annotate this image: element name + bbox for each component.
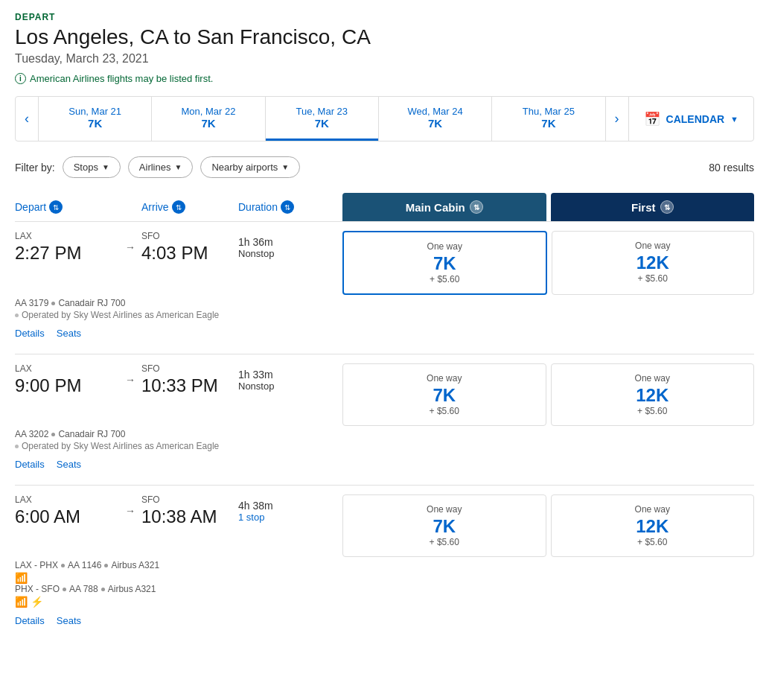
main-cabin-extra: + $5.60 [352, 537, 537, 547]
date-nav-item-4[interactable]: Thu, Mar 25 7K [492, 97, 604, 141]
first-cabin-sort-icon: ⇅ [660, 200, 674, 214]
flight-row: LAX 9:00 PM → SFO 10:33 PM 1h 33m Nonsto… [15, 354, 754, 485]
arrive-sort[interactable]: Arrive ⇅ [141, 200, 185, 214]
calendar-label: CALENDAR [666, 113, 725, 125]
date-nav-item-1[interactable]: Mon, Mar 22 7K [152, 97, 264, 141]
duration-sort[interactable]: Duration ⇅ [238, 200, 294, 214]
flight-details: AA 3179 Canadair RJ 700 Operated by Sky … [15, 295, 754, 323]
depart-col-header: Depart ⇅ [15, 200, 119, 214]
arrow-icon: → [119, 374, 141, 386]
nearby-chevron-icon: ▼ [281, 163, 289, 171]
one-way-label: One way [561, 504, 745, 515]
stops-text: Nonstop [238, 381, 342, 392]
wifi-icon: 📶 [15, 572, 28, 584]
first-price-cell[interactable]: One way 12K + $5.60 [551, 494, 755, 557]
results-count: 80 results [709, 162, 754, 174]
duration-col-header: Duration ⇅ [238, 200, 342, 214]
stops-text: Nonstop [238, 248, 342, 259]
leg-amenities-1: 📶 ⚡ [15, 596, 754, 608]
dot-icon [51, 433, 55, 436]
prev-date-arrow[interactable]: ‹ [16, 97, 39, 141]
flight-times: LAX 6:00 AM → SFO 10:38 AM 4h 38m 1 stop [15, 494, 342, 527]
arrive-airport: SFO [141, 363, 238, 374]
wifi-icon: 📶 [15, 596, 28, 608]
depart-airport: LAX [15, 231, 119, 241]
date-price: 7K [498, 117, 599, 130]
filter-left: Filter by: Stops ▼ Airlines ▼ Nearby air… [15, 156, 300, 178]
flight-number: AA 3202 [15, 429, 48, 439]
date-nav-item-2[interactable]: Tue, Mar 23 7K [266, 97, 378, 141]
depart-info: LAX 6:00 AM [15, 494, 119, 527]
route-title: Los Angeles, CA to San Francisco, CA [15, 25, 754, 49]
date-nav-item-0[interactable]: Sun, Mar 21 7K [39, 97, 151, 141]
depart-airport: LAX [15, 363, 119, 374]
next-date-arrow[interactable]: › [605, 97, 628, 141]
info-icon: i [15, 73, 26, 84]
aircraft-type: Canadair RJ 700 [58, 298, 125, 308]
leg-flight: AA 1146 [68, 560, 101, 570]
date-label: Wed, Mar 24 [385, 106, 485, 117]
arrive-info: SFO 4:03 PM [141, 231, 238, 264]
date-price: 7K [158, 117, 258, 130]
date-price: 7K [272, 117, 372, 130]
nearby-airports-filter[interactable]: Nearby airports ▼ [200, 156, 300, 178]
flight-info: AA 3202 Canadair RJ 700 [15, 429, 754, 439]
notice-bar: i American Airlines flights may be liste… [15, 73, 754, 84]
flights-container: LAX 2:27 PM → SFO 4:03 PM 1h 36m Nonstop [15, 221, 754, 641]
dot-icon [101, 588, 105, 591]
flight-details: LAX - PHX AA 1146 Airbus A321 📶 PHX - SF… [15, 557, 754, 611]
duration-text: 1h 36m [238, 236, 342, 248]
calendar-button[interactable]: 📅 CALENDAR ▼ [628, 97, 753, 141]
first-extra: + $5.60 [561, 537, 745, 547]
arrive-time: 4:03 PM [141, 243, 238, 264]
first-extra: + $5.60 [561, 273, 745, 284]
flight-row-main: LAX 9:00 PM → SFO 10:33 PM 1h 33m Nonsto… [15, 363, 754, 426]
route-date: Tuesday, March 23, 2021 [15, 52, 754, 66]
notice-text: American Airlines flights may be listed … [30, 73, 213, 84]
column-headers: Depart ⇅ Arrive ⇅ Duration ⇅ [15, 193, 754, 221]
details-link[interactable]: Details [15, 328, 45, 339]
operated-by: Operated by Sky West Airlines as America… [15, 310, 754, 320]
first-price-cell[interactable]: One way 12K + $5.60 [551, 363, 755, 426]
leg-route: LAX - PHX [15, 560, 58, 570]
flight-times: LAX 9:00 PM → SFO 10:33 PM 1h 33m Nonsto… [15, 363, 342, 396]
seats-link[interactable]: Seats [57, 328, 81, 339]
flight-links: Details Seats [15, 454, 754, 476]
main-cabin-price-cell[interactable]: One way 7K + $5.60 [342, 363, 546, 426]
dot-icon [15, 445, 19, 448]
first-price: 12K [561, 252, 745, 273]
dot-icon [63, 588, 66, 591]
cabin-headers: Main Cabin ⇅ First ⇅ [342, 193, 754, 221]
airlines-filter[interactable]: Airlines ▼ [128, 156, 194, 178]
seats-link[interactable]: Seats [57, 615, 81, 626]
flight-row: LAX 6:00 AM → SFO 10:38 AM 4h 38m 1 stop [15, 485, 754, 641]
aircraft-type: Canadair RJ 700 [58, 429, 125, 439]
flight-times: LAX 2:27 PM → SFO 4:03 PM 1h 36m Nonstop [15, 231, 342, 264]
first-price: 12K [561, 516, 745, 537]
main-cabin-extra: + $5.60 [352, 406, 537, 416]
arrive-time: 10:38 AM [141, 506, 238, 527]
stops-filter[interactable]: Stops ▼ [63, 156, 121, 178]
details-link[interactable]: Details [15, 615, 45, 626]
leg-aircraft: Airbus A321 [111, 560, 159, 570]
date-price: 7K [45, 117, 145, 130]
date-label: Tue, Mar 23 [272, 106, 372, 117]
one-way-label: One way [352, 504, 537, 515]
depart-sort[interactable]: Depart ⇅ [15, 200, 63, 214]
arrive-airport: SFO [141, 494, 238, 505]
date-nav-dates: Sun, Mar 21 7K Mon, Mar 22 7K Tue, Mar 2… [39, 97, 605, 141]
leg-info-1: PHX - SFO AA 788 Airbus A321 [15, 584, 754, 594]
main-cabin-header[interactable]: Main Cabin ⇅ [342, 193, 546, 221]
one-way-label: One way [561, 373, 745, 384]
seats-link[interactable]: Seats [57, 459, 81, 470]
main-cabin-price-cell[interactable]: One way 7K + $5.60 [342, 494, 546, 557]
main-cabin-price-cell[interactable]: One way 7K + $5.60 [342, 231, 547, 295]
flight-info-cols: Depart ⇅ Arrive ⇅ Duration ⇅ [15, 194, 342, 220]
first-price-cell[interactable]: One way 12K + $5.60 [552, 231, 755, 295]
details-link[interactable]: Details [15, 459, 45, 470]
leg-aircraft: Airbus A321 [108, 584, 156, 594]
leg-amenities-0: 📶 [15, 572, 754, 584]
date-nav-item-3[interactable]: Wed, Mar 24 7K [379, 97, 491, 141]
first-cabin-header[interactable]: First ⇅ [551, 193, 755, 221]
date-label: Mon, Mar 22 [158, 106, 258, 117]
